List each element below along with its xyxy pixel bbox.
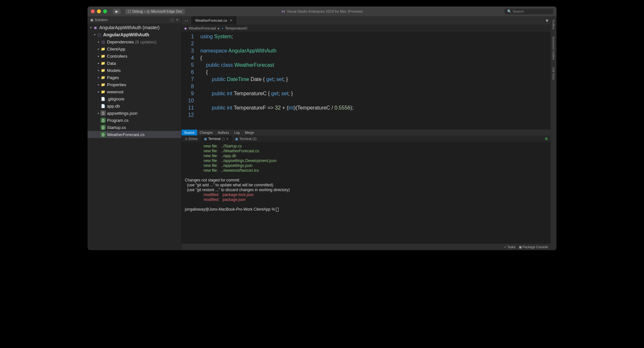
chevron-down-icon[interactable]: ▾	[93, 33, 97, 36]
dependencies-node[interactable]: ▸ ◫ Dependencies (8 updates)	[88, 38, 181, 45]
code-editor[interactable]: 123456789101112 using System; namespace …	[182, 32, 551, 130]
rail-unit-tests[interactable]: Unit Tests	[552, 66, 555, 81]
tab-terminal-1[interactable]: ▣ Terminal (1)	[232, 135, 260, 142]
file-label: Program.cs	[107, 118, 128, 123]
deps-label: Dependencies	[107, 40, 134, 44]
target-icon: ◎	[147, 9, 150, 14]
chevron-right-icon[interactable]: ▸	[97, 69, 101, 72]
status-package-console[interactable]: ▣ Package Console	[519, 245, 548, 249]
panel-pin-icon[interactable]: ▢	[222, 137, 225, 141]
breadcrumb-class[interactable]: WeatherForecast	[189, 26, 216, 30]
solution-tree[interactable]: ▾ ▣ AngularAppWithAuth (master) ▾ ▢ Angu…	[88, 23, 181, 250]
close-icon[interactable]	[91, 9, 95, 13]
folder-label: wwwroot	[107, 89, 124, 94]
chevron-right-icon: ▸	[218, 26, 220, 30]
folder-icon: 📁	[101, 61, 106, 66]
document-tabs: ‹ › WeatherForecast.cs ✕ ▾	[182, 16, 551, 25]
file-startup-cs[interactable]: {}Startup.cs	[88, 124, 181, 131]
folder-label: Pages	[107, 75, 119, 80]
folder-clientapp[interactable]: ▸📁ClientApp	[88, 45, 181, 52]
vcs-tabs: Source Changes Authors Log Merge	[182, 130, 551, 135]
file--gitignore[interactable]: 📄.gitignore	[88, 95, 181, 102]
vs-icon: ⋈	[281, 9, 285, 14]
terminal-output[interactable]: new file: ../Startup.cs new file: ../Wea…	[182, 142, 551, 244]
folder-controllers[interactable]: ▸📁Controllers	[88, 52, 181, 60]
chevron-right-icon[interactable]: ▸	[97, 83, 101, 86]
panel-pin-icon[interactable]: ▢	[171, 18, 174, 22]
class-icon: ◆	[184, 26, 187, 30]
run-config-selector[interactable]: ☐ Debug › ◎ Microsoft Edge Dev	[125, 9, 185, 14]
chevron-right-icon[interactable]: ▸	[97, 62, 101, 65]
chevron-down-icon[interactable]: ▾	[89, 26, 93, 29]
add-terminal-button[interactable]: ⊕	[542, 136, 551, 141]
file-label: appsettings.json	[107, 111, 137, 116]
status-tasks[interactable]: ✓ Tasks	[504, 245, 516, 249]
chevron-right-icon[interactable]: ▸	[97, 111, 101, 115]
rail-document-outline[interactable]: Document Outline	[552, 35, 555, 61]
folder-wwwroot[interactable]: ▸📁wwwroot	[88, 88, 181, 95]
search-placeholder: Search	[513, 9, 524, 13]
vcs-tab-merge[interactable]: Merge	[242, 130, 256, 135]
tab-nav-back[interactable]: ‹ ›	[182, 16, 191, 25]
deps-badge: (8 updates)	[135, 40, 157, 44]
terminal-icon: ▣	[204, 137, 207, 141]
file-label: WeatherForecast.cs	[107, 132, 145, 137]
chevron-right-icon[interactable]: ▸	[97, 54, 101, 58]
breadcrumb-member[interactable]: TemperatureC	[225, 26, 248, 30]
target-label: Microsoft Edge Dev	[151, 9, 182, 13]
project-node[interactable]: ▾ ▢ AngularAppWithAuth	[88, 31, 181, 38]
maximize-icon[interactable]	[103, 9, 107, 13]
editor-area: ‹ › WeatherForecast.cs ✕ ▾ ◆ WeatherFore…	[182, 16, 551, 250]
vcs-tab-log[interactable]: Log	[232, 130, 242, 135]
folder-label: Properties	[107, 82, 126, 87]
chevron-right-icon[interactable]: ▸	[97, 76, 101, 79]
right-tool-rail: Toolbox Document Outline Unit Tests	[551, 16, 556, 250]
close-icon[interactable]: ✕	[226, 137, 229, 141]
chevron-right-icon[interactable]: ▸	[97, 90, 101, 93]
solution-root[interactable]: ▾ ▣ AngularAppWithAuth (master)	[88, 24, 181, 31]
file-app-db[interactable]: 📄app.db	[88, 102, 181, 110]
run-button[interactable]: ▶	[113, 9, 121, 14]
folder-pages[interactable]: ▸📁Pages	[88, 74, 181, 81]
minimize-icon[interactable]	[97, 9, 101, 13]
rail-toolbox[interactable]: Toolbox	[552, 18, 555, 31]
terminal-label: Terminal	[208, 137, 221, 141]
csharp-icon: {}	[101, 132, 106, 137]
terminal-icon: ▣	[235, 137, 238, 141]
file-appsettings-json[interactable]: ▸{}appsettings.json	[88, 110, 181, 117]
tab-overflow-button[interactable]: ▾	[543, 16, 551, 25]
folder-label: Controllers	[107, 54, 127, 59]
tab-terminal[interactable]: ▣ Terminal ▢ ✕	[201, 135, 232, 142]
project-label: AngularAppWithAuth	[103, 32, 149, 37]
breadcrumb[interactable]: ◆ WeatherForecast ▸ ▪ TemperatureC	[182, 25, 551, 32]
tab-weatherforecast[interactable]: WeatherForecast.cs ✕	[191, 16, 237, 25]
csharp-icon: {}	[101, 125, 106, 130]
folder-label: Data	[107, 61, 116, 66]
folder-data[interactable]: ▸📁Data	[88, 60, 181, 67]
panel-close-icon[interactable]: ✕	[176, 18, 179, 22]
window-controls	[91, 9, 107, 13]
solution-sidebar: ▣ Solution ▢ ✕ ▾ ▣ AngularAppWithAuth (m…	[88, 16, 182, 250]
vcs-tab-source[interactable]: Source	[182, 130, 197, 135]
line-gutter: 123456789101112	[182, 32, 198, 130]
config-label: Debug	[132, 9, 143, 13]
file-program-cs[interactable]: {}Program.cs	[88, 117, 181, 124]
search-input[interactable]: 🔍 Search	[505, 9, 553, 14]
solution-icon: ▣	[90, 18, 93, 22]
folder-models[interactable]: ▸📁Models	[88, 67, 181, 74]
vcs-tab-authors[interactable]: Authors	[215, 130, 232, 135]
folder-properties[interactable]: ▸📁Properties	[88, 81, 181, 88]
tab-errors[interactable]: ⊘ Errors	[182, 135, 201, 142]
chevron-right-icon[interactable]: ▸	[97, 47, 101, 51]
vcs-tab-changes[interactable]: Changes	[197, 130, 215, 135]
tab-close-icon[interactable]: ✕	[230, 18, 233, 23]
csharp-icon: {}	[101, 118, 106, 123]
chevron-right-icon[interactable]: ▸	[97, 40, 101, 43]
json-icon: {}	[101, 110, 106, 116]
error-icon: ⊘	[185, 137, 187, 141]
status-bar: ✓ Tasks ▣ Package Console	[182, 244, 551, 250]
file-weatherforecast-cs[interactable]: {}WeatherForecast.cs	[88, 131, 181, 138]
code-content[interactable]: using System; namespace AngularAppWithAu…	[198, 32, 353, 130]
errors-label: Errors	[189, 137, 197, 141]
folder-icon: 📁	[101, 53, 106, 59]
